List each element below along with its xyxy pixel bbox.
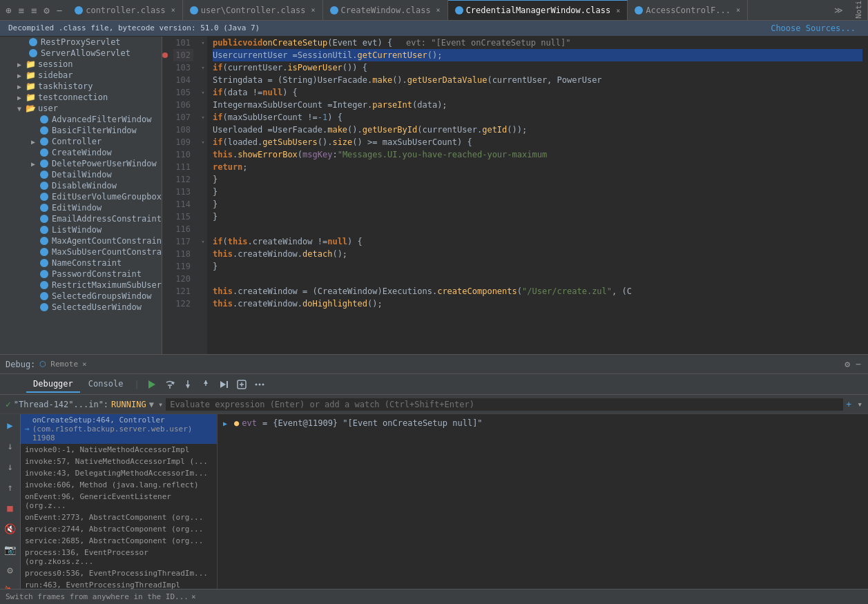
tree-item-testconnection[interactable]: ▶ 📁 testconnection [0,92,162,103]
add-watch-icon[interactable]: + [843,399,854,409]
tree-item-server-allow[interactable]: ServerAllowServlet [0,48,162,59]
more-tabs-icon[interactable]: ≫ [831,4,846,17]
var-expand-icon[interactable]: ▶ [223,420,231,427]
line-num-122: 122 [173,298,193,310]
camera-left-icon[interactable]: 📷 [1,541,19,558]
frame-row-1[interactable]: invoke:57, NativeMethodAccessorImpl (... [21,456,217,467]
tree-item-name-constraint[interactable]: NameConstraint [0,257,162,269]
tree-item-rest-proxy[interactable]: RestProxyServlet [0,37,162,48]
debug-minimize-icon[interactable]: − [854,358,862,371]
class-file-icon [39,270,50,278]
filter-icon[interactable]: ▼ [149,400,154,409]
tree-item-max-agent[interactable]: MaxAgentCountConstraint [0,235,162,246]
stop-left-icon[interactable]: ■ [4,500,15,516]
evaluate-expression-input[interactable] [166,398,843,411]
svg-marker-4 [186,384,190,389]
var-row-evt[interactable]: ▶ ● evt = {Event@11909} "[Event onCreate… [218,417,868,429]
bookmark-left-icon[interactable]: 🔖 [1,583,19,589]
tab-create-window[interactable]: CreateWindow.class × [323,0,448,20]
fold-105[interactable]: ▾ [199,86,207,99]
tab-controller-class[interactable]: controller.class × [68,0,183,20]
tab-debugger[interactable]: Debugger [26,376,80,393]
navigate-back[interactable]: ≡ [15,3,26,17]
tree-item-disable-window[interactable]: DisableWindow [0,180,162,191]
tab-user-controller[interactable]: user\Controller.class × [183,0,323,20]
class-file-icon [39,137,50,146]
line-num-104: 104 [173,74,193,86]
debug-tab-close[interactable]: × [82,360,87,369]
step-out-left-icon[interactable]: ↑ [4,479,15,496]
thread-eval-row: ✓ "Thread-142"...in": RUNNING ▼ ▾ + ▾ [0,395,868,414]
tree-item-max-subuser[interactable]: MaxSubUserCountConstraint [0,246,162,257]
tree-item-edit-user-volume[interactable]: EditUserVolumeGroupboxVisibilityConverte… [0,191,162,202]
step-into-btn[interactable] [180,378,196,391]
tab-console[interactable]: Console [81,376,131,393]
fold-109[interactable]: ▾ [199,136,207,148]
minimize-icon[interactable]: − [54,3,65,17]
tree-item-restrict-max[interactable]: RestrictMaximumSubUserCountRowVisibleCon… [0,280,162,291]
tab-close[interactable]: × [436,6,441,14]
run-to-cursor-btn[interactable] [215,378,232,391]
code-view[interactable]: 101 102 103 104 105 106 107 108 109 110 … [162,37,868,354]
more-btn[interactable] [251,378,268,391]
frame-row-2[interactable]: invoke:43, DelegatingMethodAccessorIm... [21,467,217,479]
code-text[interactable]: public void onCreateSetup(Event evt) { e… [207,37,868,354]
tree-item-taskhistory[interactable]: ▶ 📁 taskhistory [0,81,162,92]
mute-left-icon[interactable]: 🔇 [1,520,19,537]
frame-active[interactable]: → onCreateSetup:464, Controller (com.r1s… [21,414,217,444]
step-in-left-icon[interactable]: ↓ [4,458,15,475]
frame-row-3[interactable]: invoke:606, Method (java.lang.reflect) [21,479,217,491]
tree-item-password-constraint[interactable]: PasswordConstraint [0,269,162,280]
variables-panel[interactable]: ▶ ● evt = {Event@11909} "[Event onCreate… [218,414,868,589]
tree-item-basic-filter[interactable]: BasicFilterWindow [0,125,162,136]
debug-settings-icon[interactable]: ⚙ [843,358,851,371]
tab-access-control[interactable]: AccessControlF... × [628,0,748,20]
fold-101[interactable]: ▾ [199,37,207,49]
watch-dropdown[interactable]: ▾ [854,399,865,409]
tab-close[interactable]: × [311,6,316,14]
tree-item-controller[interactable]: ▶ Controller [0,136,162,147]
filter-dropdown[interactable]: ▾ [158,400,163,409]
tab-close[interactable]: × [616,7,620,14]
tree-item-create-window[interactable]: CreateWindow [0,147,162,158]
tree-item-edit-window[interactable]: EditWindow [0,202,162,213]
frame-row-8[interactable]: process:136, EventProcessor (org.zkoss.z… [21,547,217,567]
notifications-button[interactable]: Notifications [850,0,868,20]
frame-row-6[interactable]: service:2744, AbstractComponent (org... [21,523,217,535]
frame-row-4[interactable]: onEvent:96, GenericEventListener (org.z.… [21,491,217,512]
tree-item-detail-window[interactable]: DetailWindow [0,169,162,180]
tab-close[interactable]: × [171,6,175,14]
step-over-btn[interactable] [162,378,178,391]
tree-item-advanced-filter[interactable]: AdvancedFilterWindow [0,114,162,125]
fold-103[interactable]: ▾ [199,61,207,74]
resume-left-icon[interactable]: ▶ [4,417,15,433]
tree-item-delete-power[interactable]: ▶ DeletePowerUserWindow [0,158,162,169]
step-out-btn[interactable] [197,378,214,391]
tree-item-selected-user[interactable]: SelectedUserWindow [0,302,162,313]
frame-row-7[interactable]: service:2685, AbstractComponent (org... [21,535,217,547]
frame-row-5[interactable]: onEvent:2773, AbstractComponent (org... [21,512,217,523]
tree-item-list-window[interactable]: ListWindow [0,224,162,235]
debug-tab-name[interactable]: Remote [50,360,78,369]
status-close-icon[interactable]: × [191,592,196,601]
frame-row-10[interactable]: run:463, EventProcessingThreadImpl (org.… [21,579,217,589]
tab-close[interactable]: × [736,6,740,14]
step-left-icon[interactable]: ↓ [4,438,15,454]
tree-item-selected-groups[interactable]: SelectedGroupsWindow [0,291,162,302]
resume-btn[interactable] [144,378,160,391]
frame-row-9[interactable]: process0:536, EventProcessingThreadIm... [21,567,217,579]
tree-item-session[interactable]: ▶ 📁 session [0,59,162,70]
frame-row-0[interactable]: invoke0:-1, NativeMethodAccessorImpl [21,444,217,456]
fold-117[interactable]: ▾ [199,235,207,248]
settings-icon[interactable]: ⚙ [41,3,52,17]
evaluate-btn[interactable] [233,378,250,391]
tab-credential-manager[interactable]: CredentialManagerWindow.class × [448,0,628,20]
tree-item-user[interactable]: ▼ 📂 user [0,103,162,114]
choose-sources-btn[interactable]: Choose Sources... [766,23,860,33]
tree-item-email-constraint[interactable]: EmailAddressConstraint [0,213,162,224]
navigate-forward[interactable]: ≡ [28,3,39,17]
settings-left-icon[interactable]: ⚙ [4,562,15,578]
tree-item-sidebar[interactable]: ▶ 📁 sidebar [0,70,162,81]
fold-107[interactable]: ▾ [199,111,207,124]
marker-111 [162,161,168,173]
